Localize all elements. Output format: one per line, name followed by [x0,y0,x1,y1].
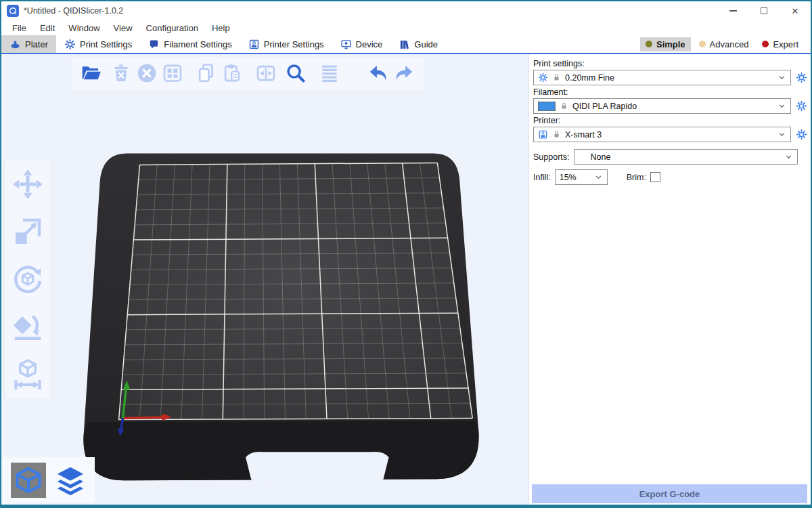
tab-guide[interactable]: Guide [390,35,446,53]
tab-device-label: Device [356,39,383,49]
gear-icon [796,100,807,112]
filament-dropdown[interactable]: QIDI PLA Rapido [533,98,791,114]
measure-icon[interactable] [10,356,45,391]
gear-icon [796,129,807,140]
paste-icon[interactable] [219,60,245,86]
printer-value: X-smart 3 [565,130,773,140]
menu-view[interactable]: View [107,22,139,35]
tab-filament-settings-label: Filament Settings [164,39,231,49]
device-monitor-icon [340,39,352,50]
chevron-down-icon [777,73,786,82]
menu-bar: File Edit Window View Configuration Help [1,20,811,35]
infill-label: Infill: [533,173,551,182]
infill-dropdown[interactable]: 15% [555,169,608,185]
variable-layer-height-icon[interactable] [317,60,342,86]
mode-simple[interactable]: Simple [640,37,691,51]
brim-checkbox[interactable] [650,172,660,182]
title-bar: *Untitled - QIDISlicer-1.0.2 ✕ [1,1,811,20]
mode-expert[interactable]: Expert [757,37,804,51]
view-toggles [3,457,95,503]
maximize-button[interactable] [748,1,780,20]
plater-toolbar [72,57,424,89]
supports-dropdown[interactable]: None [574,149,798,165]
print-settings-gear-button[interactable] [794,72,808,83]
menu-file[interactable]: File [5,22,33,35]
supports-label: Supports: [533,152,570,162]
filament-color-swatch [538,102,556,111]
settings-panel: Print settings: 0.20mm Fine Filament: QI… [529,54,811,505]
supports-value: None [579,152,780,162]
rotate-icon[interactable] [10,261,45,297]
lock-icon [560,102,568,110]
scale-icon[interactable] [10,214,45,249]
filament-icon [148,39,160,50]
print-bed [1,54,528,505]
menu-edit[interactable]: Edit [33,22,62,35]
mode-advanced[interactable]: Advanced [694,37,754,51]
print-settings-label: Print settings: [533,59,808,68]
tab-printer-settings[interactable]: Printer Settings [240,35,332,53]
minimize-button[interactable] [717,1,748,20]
maximize-icon [761,7,767,14]
close-button[interactable]: ✕ [780,1,811,20]
mode-advanced-label: Advanced [710,39,749,49]
move-icon[interactable] [10,167,45,202]
redo-icon[interactable] [391,60,417,86]
tab-plater[interactable]: Plater [1,35,56,53]
mode-simple-label: Simple [656,39,685,49]
window-title: *Untitled - QIDISlicer-1.0.2 [24,6,123,16]
tab-bar: Plater Print Settings Filament Settings … [1,35,811,54]
undo-icon[interactable] [365,60,391,86]
minimize-icon [729,10,737,12]
printer-dropdown[interactable]: X-smart 3 [533,127,791,142]
printer-label: Printer: [533,116,808,125]
app-logo-icon [7,5,19,17]
printer-icon [538,129,548,140]
menu-window[interactable]: Window [62,22,106,35]
chevron-down-icon [777,130,786,139]
guide-books-icon [399,39,410,50]
expert-dot-icon [762,41,769,47]
open-folder-icon[interactable] [78,60,104,86]
preview-layers-icon[interactable] [53,463,88,498]
tab-print-settings-label: Print Settings [80,39,132,49]
export-gcode-button[interactable]: Export G-code [532,484,807,503]
close-icon: ✕ [792,6,799,16]
delete-icon[interactable] [108,60,134,86]
viewport-3d[interactable] [1,54,529,505]
print-settings-dropdown[interactable]: 0.20mm Fine [533,70,791,85]
plater-icon [9,39,21,50]
editor-3d-icon[interactable] [11,463,46,498]
lock-icon [552,130,561,139]
chevron-down-icon [784,152,793,161]
tab-print-settings[interactable]: Print Settings [56,35,140,53]
tab-device[interactable]: Device [332,35,391,53]
gear-icon [64,39,76,50]
gear-icon [538,72,548,83]
simple-dot-icon [646,41,652,47]
lock-icon [552,73,561,82]
mode-expert-label: Expert [773,39,798,49]
infill-value: 15% [560,173,590,182]
filament-label: Filament: [533,87,808,97]
split-icon[interactable] [253,60,279,86]
printer-box-icon [248,39,260,50]
copy-icon[interactable] [194,60,219,86]
place-on-face-icon[interactable] [10,309,45,344]
tab-printer-settings-label: Printer Settings [264,39,324,49]
gear-icon [796,72,807,83]
print-settings-value: 0.20mm Fine [565,73,773,83]
mode-selector: Simple Advanced Expert [640,35,811,53]
tab-guide-label: Guide [414,39,438,49]
search-icon[interactable] [283,60,309,86]
filament-value: QIDI PLA Rapido [572,102,773,111]
arrange-icon[interactable] [160,60,185,86]
delete-all-icon[interactable] [134,60,160,86]
tab-filament-settings[interactable]: Filament Settings [140,35,240,53]
menu-help[interactable]: Help [205,22,237,35]
filament-gear-button[interactable] [794,100,808,112]
printer-gear-button[interactable] [794,129,808,140]
menu-configuration[interactable]: Configuration [139,22,205,35]
brim-label: Brim: [627,173,646,182]
chevron-down-icon [594,173,603,182]
